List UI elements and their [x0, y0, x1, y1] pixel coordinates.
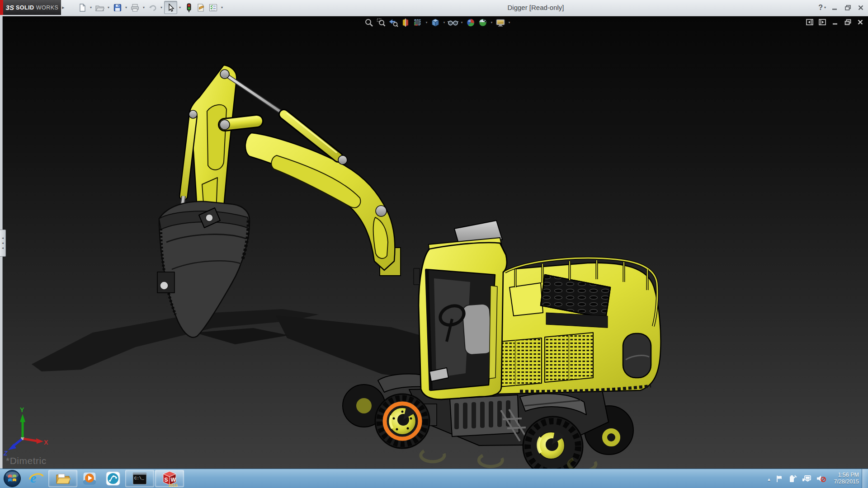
- menu-flyout-arrow-icon[interactable]: [62, 4, 66, 11]
- taskbar-command-prompt[interactable]: C:\_: [125, 470, 154, 487]
- display-style-cube-icon: [431, 18, 440, 27]
- open-file-button[interactable]: [94, 1, 106, 14]
- volume-muted-icon[interactable]: [816, 474, 826, 483]
- caret-down-icon[interactable]: [507, 17, 511, 28]
- taskbar-media-player[interactable]: [78, 469, 101, 488]
- window-controls: ?: [818, 0, 865, 15]
- sw-year: 2015: [169, 483, 178, 488]
- taskbar-windows-explorer[interactable]: [48, 470, 77, 487]
- taskbar-internet-explorer[interactable]: e: [24, 469, 48, 488]
- pin[interactable]: [338, 155, 347, 164]
- sw-letter-w: W: [171, 477, 176, 483]
- edit-appearance-button[interactable]: [465, 17, 476, 28]
- media-player-icon: [82, 471, 97, 486]
- system-tray: 1:56 PM 7/28/2015: [767, 472, 859, 485]
- caret-down-icon[interactable]: [442, 17, 446, 28]
- show-desktop-button[interactable]: [862, 469, 868, 488]
- previous-view-button[interactable]: [388, 17, 399, 28]
- caret-down-icon[interactable]: [141, 1, 146, 14]
- taskbar-blue-circle-app[interactable]: [101, 469, 125, 488]
- pin[interactable]: [220, 70, 229, 79]
- close-document-button[interactable]: [856, 18, 864, 26]
- panel-collapse-tab[interactable]: [0, 230, 6, 257]
- quick-access-toolbar: [76, 1, 225, 14]
- section-view-button[interactable]: [400, 17, 411, 28]
- headsup-view-toolbar: [363, 17, 511, 28]
- file-properties-button[interactable]: [195, 1, 207, 14]
- pane-left-button[interactable]: [806, 18, 814, 26]
- clock-date: 7/28/2015: [834, 479, 859, 485]
- command-prompt-icon: C:\_: [132, 472, 147, 485]
- solidworks-logo[interactable]: 3S SOLIDWORKS: [3, 0, 61, 15]
- view-settings-button[interactable]: [495, 17, 506, 28]
- save-button[interactable]: [111, 1, 123, 14]
- pane-right-button[interactable]: [818, 18, 826, 26]
- display-style-button[interactable]: [430, 17, 441, 28]
- boom-upper-arm[interactable]: [245, 133, 395, 270]
- printer-icon: [130, 3, 140, 12]
- caret-down-icon[interactable]: [425, 17, 429, 28]
- brand-red-strip: [0, 0, 3, 15]
- dipper-cylinder[interactable]: [184, 117, 193, 196]
- minimize-button[interactable]: [830, 3, 839, 12]
- folder-explorer-icon: [55, 471, 71, 486]
- new-document-button[interactable]: [76, 1, 88, 14]
- power-plug-icon[interactable]: [788, 474, 797, 483]
- zoom-to-fit-button[interactable]: [363, 17, 374, 28]
- caret-down-icon[interactable]: [106, 1, 111, 14]
- pin[interactable]: [189, 110, 197, 118]
- solidworks-2015-icon: S W 2015: [161, 470, 178, 487]
- caret-down-icon[interactable]: [123, 1, 129, 14]
- caret-down-icon[interactable]: [177, 1, 183, 14]
- rebuild-button[interactable]: [183, 1, 195, 14]
- arrow-left-icon: [2, 241, 4, 245]
- minimize-document-button[interactable]: [831, 18, 839, 26]
- sw-letter-s: S: [165, 477, 168, 483]
- restore-document-button[interactable]: [844, 18, 852, 26]
- options-button[interactable]: [207, 1, 219, 14]
- select-tool-button[interactable]: [164, 1, 177, 14]
- view-orientation-icon: [413, 18, 422, 27]
- action-center-flag-icon[interactable]: [776, 475, 783, 483]
- graphics-viewport[interactable]: Y X Z: [0, 16, 868, 469]
- help-button[interactable]: ?: [818, 4, 823, 12]
- pin[interactable]: [376, 206, 387, 216]
- undo-button[interactable]: [146, 1, 159, 14]
- caret-down-icon[interactable]: [88, 1, 94, 14]
- caret-down-icon[interactable]: [159, 1, 164, 14]
- pin: [160, 282, 168, 290]
- caret-down-icon[interactable]: [219, 1, 225, 14]
- caret-down-icon[interactable]: [490, 17, 494, 28]
- apply-scene-button[interactable]: [477, 17, 488, 28]
- app-titlebar: 3S SOLIDWORKS: [0, 0, 868, 16]
- print-button[interactable]: [129, 1, 141, 14]
- desktop: 3S SOLIDWORKS: [0, 0, 868, 488]
- options-list-icon: [208, 3, 218, 12]
- cab[interactable]: [414, 221, 507, 399]
- show-hidden-icons-button[interactable]: [767, 474, 771, 483]
- caret-down-icon[interactable]: [460, 17, 464, 28]
- zoom-to-area-button[interactable]: [376, 17, 387, 28]
- restore-button[interactable]: [843, 3, 852, 12]
- document-window-controls: [806, 18, 864, 26]
- close-button[interactable]: [856, 3, 865, 12]
- hide-show-items-button[interactable]: [448, 17, 458, 28]
- excavator-model[interactable]: [157, 65, 660, 469]
- taskbar-clock[interactable]: 1:56 PM 7/28/2015: [834, 472, 859, 485]
- view-settings-icon: [495, 18, 505, 27]
- caret-down-icon[interactable]: [824, 5, 826, 9]
- blue-circle-app-icon: [105, 471, 121, 486]
- svg-text:e: e: [30, 470, 36, 485]
- view-orientation-button[interactable]: [412, 17, 423, 28]
- start-button[interactable]: [0, 469, 24, 488]
- select-cursor-icon: [167, 3, 175, 12]
- taskbar-solidworks[interactable]: S W 2015: [155, 470, 184, 487]
- network-icon[interactable]: [802, 475, 811, 483]
- model-scene: Y X Z: [0, 16, 868, 469]
- x-axis-label: X: [44, 439, 48, 446]
- rear-wheel[interactable]: [523, 417, 583, 469]
- pin[interactable]: [220, 120, 230, 130]
- reference-triad[interactable]: Y X Z: [3, 406, 48, 457]
- apply-scene-icon: [478, 18, 487, 27]
- arrow-left-icon: [2, 246, 4, 250]
